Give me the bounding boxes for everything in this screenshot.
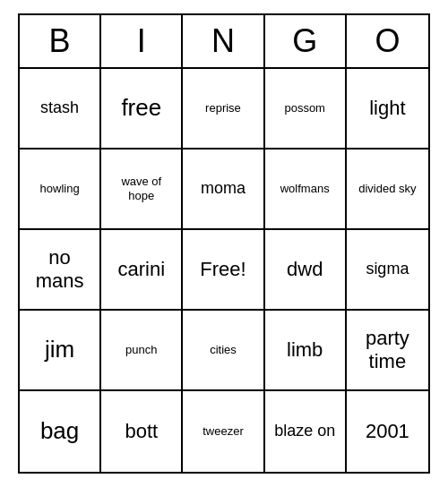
bingo-cell-22[interactable]: tweezer [183,391,264,472]
header-letter-i: I [101,15,183,67]
bingo-cell-6[interactable]: wave of hope [101,150,183,230]
cell-text-13: dwd [287,258,323,281]
cell-text-9: divided sky [358,182,416,196]
bingo-cell-3[interactable]: possom [265,69,347,150]
bingo-cell-8[interactable]: wolfmans [265,150,347,230]
cell-text-4: light [369,97,405,120]
cell-text-22: tweezer [202,424,244,439]
bingo-cell-2[interactable]: reprise [183,69,264,150]
cell-text-18: limb [287,338,323,362]
cell-text-20: bag [40,417,79,445]
bingo-cell-21[interactable]: bott [101,391,183,472]
cell-text-7: moma [201,179,246,199]
bingo-cell-11[interactable]: carini [101,230,183,311]
cell-text-5: howling [40,182,80,196]
header-letter-b: B [20,15,101,67]
bingo-cell-0[interactable]: stash [20,69,101,150]
bingo-cell-14[interactable]: sigma [347,230,428,311]
bingo-cell-4[interactable]: light [347,69,428,150]
header-letter-o: O [347,15,428,67]
bingo-cell-1[interactable]: free [101,69,183,150]
bingo-cell-20[interactable]: bag [20,391,101,472]
bingo-grid: stashfreereprisepossomlighthowlingwave o… [20,69,428,472]
bingo-cell-16[interactable]: punch [101,311,183,391]
cell-text-12: Free! [200,258,246,281]
cell-text-6: wave of hope [107,175,176,202]
bingo-card: BINGO stashfreereprisepossomlighthowling… [18,13,430,474]
cell-text-23: blaze on [274,422,335,441]
cell-text-19: party time [352,327,423,374]
bingo-header: BINGO [20,15,428,69]
cell-text-17: cities [210,343,237,357]
bingo-cell-9[interactable]: divided sky [347,150,428,230]
cell-text-11: carini [118,258,166,281]
header-letter-n: N [183,15,264,67]
cell-text-16: punch [125,343,157,357]
cell-text-2: reprise [205,101,241,115]
cell-text-0: stash [40,98,79,118]
bingo-cell-5[interactable]: howling [20,150,101,230]
header-letter-g: G [265,15,347,67]
bingo-cell-15[interactable]: jim [20,311,101,391]
bingo-cell-18[interactable]: limb [265,311,347,391]
cell-text-8: wolfmans [280,182,330,196]
bingo-cell-19[interactable]: party time [347,311,428,391]
bingo-cell-13[interactable]: dwd [265,230,347,311]
bingo-cell-10[interactable]: no mans [20,230,101,311]
cell-text-14: sigma [366,260,409,279]
cell-text-3: possom [284,101,325,115]
cell-text-15: jim [45,336,74,363]
bingo-cell-12[interactable]: Free! [183,230,264,311]
bingo-cell-7[interactable]: moma [183,150,264,230]
cell-text-21: bott [125,420,158,443]
bingo-cell-17[interactable]: cities [183,311,264,391]
bingo-cell-23[interactable]: blaze on [265,391,347,472]
bingo-cell-24[interactable]: 2001 [347,391,428,472]
cell-text-10: no mans [25,246,94,294]
cell-text-24: 2001 [366,420,409,443]
cell-text-1: free [121,94,161,122]
